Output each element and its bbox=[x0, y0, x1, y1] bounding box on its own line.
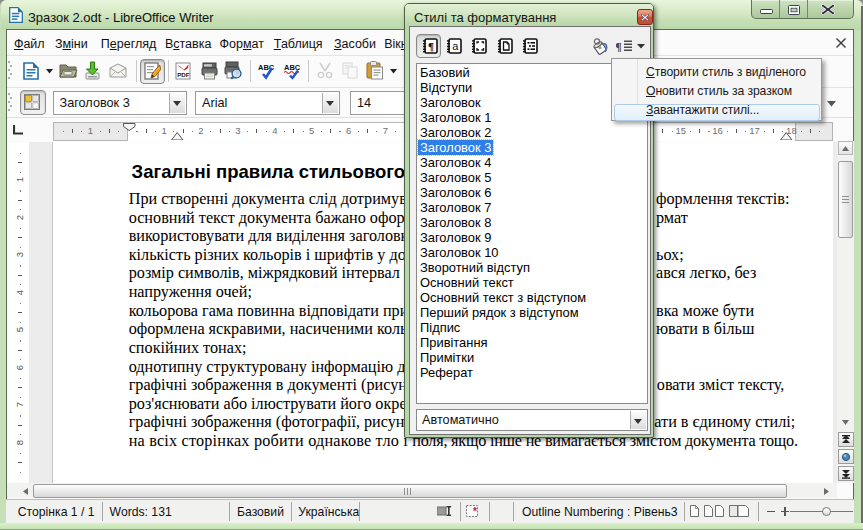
svg-text:¶: ¶ bbox=[616, 40, 622, 52]
svg-text:ABC: ABC bbox=[284, 63, 301, 72]
svg-text:ABC: ABC bbox=[258, 63, 275, 72]
svg-text:*: * bbox=[473, 506, 477, 517]
svg-text:a: a bbox=[453, 40, 460, 52]
svg-text:¶: ¶ bbox=[428, 40, 434, 52]
svg-text:PDF: PDF bbox=[177, 71, 190, 78]
